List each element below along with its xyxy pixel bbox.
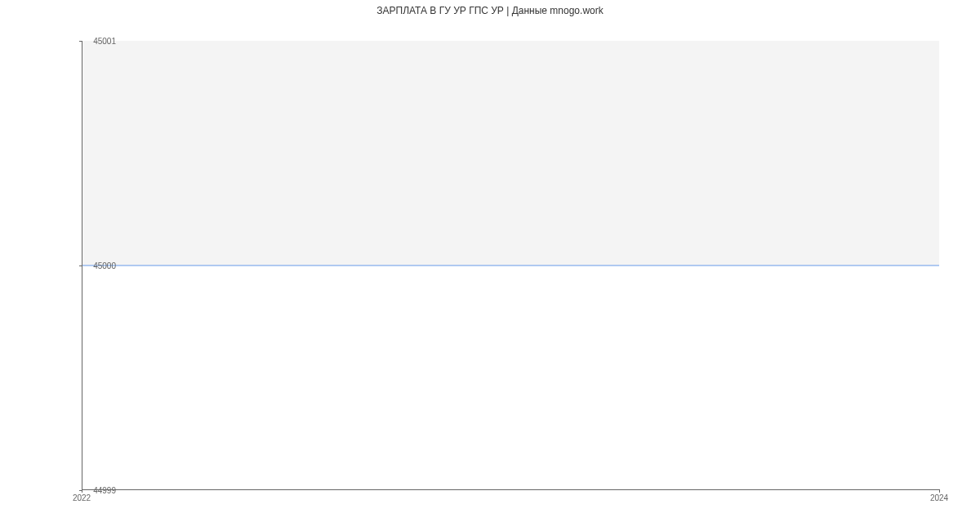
x-axis (82, 489, 939, 490)
x-tick (939, 489, 940, 493)
plot-area (82, 41, 939, 490)
x-tick (82, 489, 82, 493)
y-tick (79, 41, 82, 42)
x-tick-label: 2024 (930, 493, 948, 502)
grid-band-upper (82, 41, 939, 266)
y-tick-label: 45000 (93, 261, 116, 270)
y-tick (79, 266, 82, 266)
y-tick-label: 45001 (93, 37, 116, 46)
grid-band-lower (82, 266, 939, 490)
data-series-line (82, 266, 939, 266)
chart-title: ЗАРПЛАТА В ГУ УР ГПС УР | Данные mnogo.w… (0, 0, 980, 20)
x-tick-label: 2022 (73, 493, 91, 502)
y-axis (82, 41, 82, 490)
y-tick-label: 44999 (93, 486, 116, 495)
